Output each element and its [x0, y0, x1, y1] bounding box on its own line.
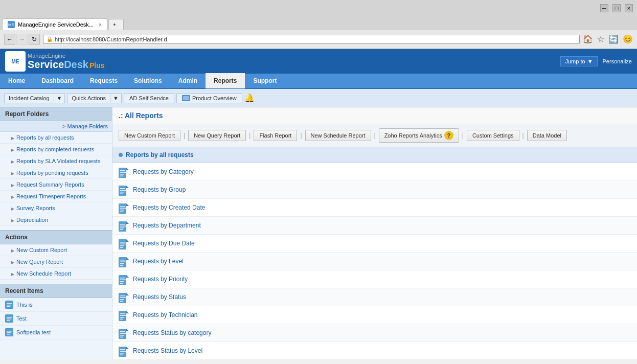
report-item-0[interactable]: Requests by Category: [112, 163, 637, 181]
url-box[interactable]: 🔒 http://localhost:8080/CustomReportHand…: [43, 35, 580, 44]
maximize-button[interactable]: □: [612, 4, 621, 12]
sidebar-item-survey-reports[interactable]: Survey Reports: [0, 202, 112, 214]
star-icon[interactable]: ☆: [597, 34, 604, 44]
minimize-button[interactable]: ─: [600, 4, 608, 12]
report-item-name-6[interactable]: Requests by Priority: [133, 276, 188, 283]
svg-marker-55: [126, 293, 129, 295]
separator-4: |: [373, 132, 377, 139]
report-item-5[interactable]: Requests by Level: [112, 253, 637, 270]
recent-item-2[interactable]: Softpedia test: [0, 326, 112, 339]
recent-item-label-0: This is: [16, 302, 33, 308]
data-model-button[interactable]: Data Model: [527, 130, 567, 141]
report-item-8[interactable]: Requests by Technician: [112, 306, 637, 324]
sidebar-item-summary-reports[interactable]: Request Summary Reports: [0, 179, 112, 191]
report-item-name-2[interactable]: Requests by Created Date: [133, 204, 205, 211]
report-item-name-10[interactable]: Requests Status by Level: [133, 347, 202, 354]
product-overview-button[interactable]: Product Overview: [176, 93, 242, 103]
report-item-name-4[interactable]: Requests by Due Date: [133, 240, 195, 247]
sidebar-item-completed-requests[interactable]: Reports by completed requests: [0, 144, 112, 155]
svg-rect-14: [120, 170, 125, 171]
incident-catalog-button[interactable]: Incident Catalog ▼: [4, 93, 65, 103]
report-item-name-8[interactable]: Requests by Technician: [133, 311, 198, 318]
report-item-7[interactable]: Requests by Status: [112, 288, 637, 306]
sidebar-item-depreciation[interactable]: Depreciation: [0, 214, 112, 226]
zoho-reports-analytics-button[interactable]: Zoho Reports Analytics ?: [379, 128, 459, 143]
ad-self-service-button[interactable]: AD Self Service: [124, 93, 174, 103]
active-tab[interactable]: ME ManageEngine ServiceDesk... ×: [2, 18, 107, 30]
report-item-name-0[interactable]: Requests by Category: [133, 168, 194, 175]
nav-item-requests[interactable]: Requests: [82, 73, 126, 88]
nav-item-solutions[interactable]: Solutions: [126, 73, 170, 88]
recent-item-0[interactable]: This is: [0, 298, 112, 312]
report-item-name-5[interactable]: Requests by Level: [133, 258, 184, 265]
sidebar-item-pending-requests[interactable]: Reports by pending requests: [0, 167, 112, 179]
new-custom-report-button[interactable]: New Custom Report: [119, 130, 180, 141]
report-item-name-1[interactable]: Requests by Group: [133, 186, 186, 193]
report-item-1[interactable]: Requests by Group: [112, 181, 637, 199]
report-item-icon-0: [119, 167, 129, 176]
svg-rect-11: [7, 334, 10, 335]
jump-to-label: Jump to: [565, 58, 585, 64]
quick-actions-button[interactable]: Quick Actions ▼: [67, 93, 122, 103]
svg-rect-29: [120, 212, 123, 213]
recent-item-icon-0: [5, 301, 13, 309]
report-folders-section: Report Folders > Manage Folders Reports …: [0, 107, 112, 226]
report-item-name-3[interactable]: Requests by Department: [133, 222, 201, 229]
svg-rect-47: [120, 265, 123, 266]
sidebar-item-sla-violated[interactable]: Reports by SLA Violated requests: [0, 155, 112, 167]
new-schedule-report-button[interactable]: New Schedule Report: [305, 130, 371, 141]
svg-rect-22: [120, 192, 124, 193]
smiley-icon: 😊: [623, 34, 633, 44]
sidebar-new-custom-report[interactable]: New Custom Report: [0, 244, 112, 256]
tab-close-icon[interactable]: ×: [99, 22, 102, 28]
personalize-button[interactable]: Personalize: [603, 58, 632, 64]
home-icon[interactable]: 🏠: [583, 34, 593, 44]
jump-to-button[interactable]: Jump to ▼: [560, 56, 597, 66]
logo-brand: Service Desk Plus: [28, 59, 105, 71]
recent-item-1[interactable]: Test: [0, 312, 112, 326]
flash-report-button[interactable]: Flash Report: [254, 130, 297, 141]
report-item-9[interactable]: Requests Status by category: [112, 324, 637, 342]
nav-item-support[interactable]: Support: [245, 73, 285, 88]
custom-settings-button[interactable]: Custom Settings: [467, 130, 519, 141]
sidebar-new-query-report[interactable]: New Query Report: [0, 256, 112, 268]
new-tab[interactable]: +: [108, 19, 124, 30]
svg-rect-75: [120, 351, 126, 352]
refresh-button[interactable]: ↻: [29, 34, 40, 45]
action-buttons-bar: New Custom Report | New Query Report | F…: [112, 124, 637, 147]
nav-item-reports[interactable]: Reports: [206, 73, 245, 88]
report-item-3[interactable]: Requests by Department: [112, 217, 637, 235]
logo-desk: Desk: [64, 59, 88, 71]
svg-rect-57: [120, 298, 126, 299]
back-button[interactable]: ←: [4, 34, 15, 45]
report-item-name-9[interactable]: Requests Status by category: [133, 329, 211, 336]
close-button[interactable]: ×: [625, 4, 633, 12]
quick-actions-arrow[interactable]: ▼: [110, 94, 121, 103]
new-query-report-button[interactable]: New Query Report: [188, 130, 246, 141]
report-item-6[interactable]: Requests by Priority: [112, 270, 637, 288]
report-item-icon-1: [119, 185, 129, 194]
notifications-bell-icon[interactable]: 🔔: [244, 93, 255, 103]
report-item-name-7[interactable]: Requests by Status: [133, 293, 186, 301]
nav-item-dashboard[interactable]: Dashboard: [33, 73, 82, 88]
incident-catalog-arrow[interactable]: ▼: [54, 94, 65, 103]
svg-rect-2: [7, 305, 11, 306]
nav-item-admin[interactable]: Admin: [170, 73, 206, 88]
sidebar-item-all-requests[interactable]: Reports by all requests: [0, 132, 112, 144]
sidebar-new-schedule-report[interactable]: New Schedule Report: [0, 268, 112, 280]
report-section: Reports by all requests Requests by Cate…: [112, 147, 637, 360]
report-item-2[interactable]: Requests by Created Date: [112, 199, 637, 217]
refresh-page-icon[interactable]: 🔄: [608, 34, 619, 44]
svg-rect-35: [120, 230, 123, 231]
svg-rect-34: [120, 228, 124, 229]
nav-buttons: ← → ↻: [4, 34, 40, 45]
svg-rect-21: [120, 190, 126, 191]
manage-folders-button[interactable]: > Manage Folders: [0, 121, 112, 132]
forward-button[interactable]: →: [16, 34, 28, 45]
svg-marker-43: [126, 257, 129, 260]
svg-rect-33: [120, 226, 126, 227]
sidebar-item-timespent-reports[interactable]: Request Timespent Reports: [0, 191, 112, 202]
report-item-10[interactable]: Requests Status by Level: [112, 342, 637, 360]
nav-item-home[interactable]: Home: [0, 73, 33, 88]
report-item-4[interactable]: Requests by Due Date: [112, 235, 637, 253]
